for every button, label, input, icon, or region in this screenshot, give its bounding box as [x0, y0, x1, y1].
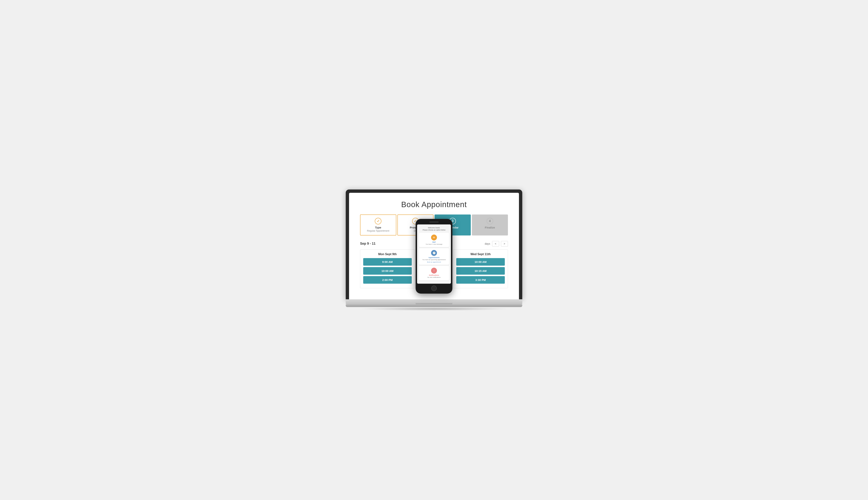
slot-wed-2[interactable]: 10:15 AM	[456, 267, 505, 275]
book-appointment-link[interactable]: Book an appointment	[420, 261, 448, 263]
step-type-label: Type	[363, 226, 394, 229]
slot-wed-3[interactable]: 3:30 PM	[456, 276, 505, 284]
phone-card-mail[interactable]: ✉ Mail You have 1 new message	[419, 233, 449, 247]
prev-button[interactable]: <	[492, 241, 499, 247]
phone-card-notifications[interactable]: ! Notifications No new notifications	[419, 266, 449, 280]
slot-wed-1[interactable]: 10:00 AM	[456, 258, 505, 266]
notifications-title: Notifications	[420, 274, 448, 276]
laptop-shadow	[359, 307, 509, 311]
mail-title: Mail	[420, 241, 448, 243]
notifications-icon: !	[431, 268, 437, 274]
step-finalize[interactable]: 4 Finalize	[472, 215, 508, 236]
phone-screen: Welcome David, Please choose an option b…	[417, 225, 451, 284]
mail-text: You have 1 new message	[420, 243, 448, 245]
appointments-text: You have an upcoming appointment	[420, 259, 448, 261]
phone-speaker	[429, 221, 439, 223]
day-header-wed: Wed Sept 11th	[456, 252, 505, 256]
notifications-text: No new notifications	[420, 276, 448, 278]
step-type-circle: ✓	[375, 218, 381, 225]
day-column-mon: Mon Sept 9th 9:00 AM 10:00 AM 2:00 PM	[360, 249, 415, 288]
next-button[interactable]: >	[501, 241, 508, 247]
phone-welcome: Welcome David, Please choose an option b…	[419, 227, 449, 231]
day-header-mon: Mon Sept 9th	[363, 252, 412, 256]
phone: Welcome David, Please choose an option b…	[416, 219, 452, 294]
welcome-line2: Please choose an option below	[423, 229, 445, 231]
slot-mon-1[interactable]: 9:00 AM	[363, 258, 412, 266]
laptop-foot	[346, 305, 522, 307]
mail-icon: ✉	[431, 235, 437, 240]
phone-outer: Welcome David, Please choose an option b…	[416, 219, 452, 294]
nav-label: days	[485, 242, 490, 245]
laptop-base	[346, 299, 522, 305]
phone-card-appointments[interactable]: 🕐 Appointments You have an upcoming appo…	[419, 248, 449, 265]
page-title: Book Appointment	[360, 200, 508, 209]
checkmark-icon: ✓	[377, 219, 380, 223]
step-type[interactable]: ✓ Type Regular Appointment	[360, 215, 396, 236]
appointments-title: Appointments	[420, 257, 448, 259]
step-finalize-label: Finalize	[474, 226, 506, 229]
phone-home-button[interactable]	[431, 285, 437, 291]
scene: Book Appointment ✓ Type Regular Appointm…	[346, 190, 522, 311]
step-finalize-circle: 4	[487, 218, 493, 225]
slot-mon-2[interactable]: 10:00 AM	[363, 267, 412, 275]
appointments-icon: 🕐	[431, 250, 437, 256]
slot-mon-3[interactable]: 2:00 PM	[363, 276, 412, 284]
welcome-line1: Welcome David,	[428, 227, 440, 229]
step-finalize-number: 4	[489, 219, 491, 223]
day-column-wed: Wed Sept 11th 10:00 AM 10:15 AM 3:30 PM	[453, 249, 508, 288]
step-type-sublabel: Regular Appointment	[363, 229, 394, 232]
